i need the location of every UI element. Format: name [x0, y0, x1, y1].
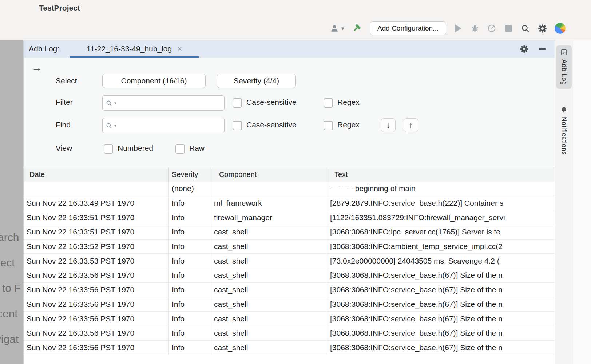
cell-severity: Info — [168, 225, 211, 239]
minimize-icon[interactable] — [539, 48, 546, 50]
find-search-field[interactable]: ▾ — [102, 118, 225, 133]
column-header-component: Component — [211, 167, 326, 182]
table-row[interactable]: Sun Nov 22 16:33:56 PST 1970 Info cast_s… — [24, 341, 555, 355]
component-filter-button[interactable]: Component (16/16) — [102, 74, 206, 88]
table-row[interactable]: Sun Nov 22 16:33:51 PST 1970 Info cast_s… — [24, 225, 555, 240]
adb-log-tool-window: Adb Log: 11-22_16-33-49_hub_log × → Sele… — [23, 40, 555, 364]
collapse-arrow-icon[interactable]: → — [32, 63, 42, 73]
cell-component: cast_shell — [211, 341, 326, 355]
filter-panel: → Select Component (16/16) Severity (4/4… — [24, 58, 555, 167]
find-previous-button[interactable]: ↑ — [404, 118, 418, 132]
cell-date: Sun Nov 22 16:33:56 PST 1970 — [24, 341, 168, 355]
background-text-fragment: cent — [0, 308, 18, 320]
cell-date — [24, 182, 168, 196]
profiler-gauge-icon — [487, 24, 496, 33]
user-icon — [330, 24, 339, 33]
cell-component: cast_shell — [211, 297, 326, 312]
table-row[interactable]: Sun Nov 22 16:33:56 PST 1970 Info cast_s… — [24, 268, 555, 283]
cell-text: [3068:3068:INFO:service_base.h(67)] Size… — [326, 283, 555, 297]
cell-severity: Info — [168, 312, 211, 326]
log-table-body: (none) --------- beginning of main Sun N… — [24, 182, 555, 364]
settings-button[interactable] — [538, 21, 547, 36]
log-table-header: Date Severity Component Text — [24, 167, 555, 182]
assistant-button[interactable] — [555, 21, 566, 36]
log-file-tab[interactable]: 11-22_16-33-49_hub_log × — [70, 40, 199, 58]
hammer-icon — [352, 23, 362, 33]
dock-tab-adb-log-label: Adb Log — [560, 59, 568, 85]
search-everywhere-button[interactable] — [520, 21, 530, 36]
bell-icon — [560, 106, 567, 113]
dock-tab-notifications[interactable]: Notifications — [556, 103, 572, 159]
cell-text: [3068:3068:INFO:service_base.h(67)] Size… — [326, 297, 555, 312]
search-icon[interactable] — [106, 122, 112, 129]
cell-component — [211, 182, 326, 196]
background-text-fragment: arch — [0, 231, 19, 244]
find-case-sensitive-label: Case-sensitive — [246, 120, 297, 129]
window-titlebar: TestProject ▼ Add Configuration... — [0, 0, 591, 40]
cell-date: Sun Nov 22 16:33:49 PST 1970 — [24, 196, 168, 210]
find-case-sensitive-checkbox[interactable] — [233, 121, 242, 130]
table-row[interactable]: Sun Nov 22 16:33:51 PST 1970 Info firewa… — [24, 210, 555, 225]
table-row[interactable]: (none) --------- beginning of main — [24, 182, 555, 196]
user-avatar-button[interactable]: ▼ — [330, 21, 345, 36]
cell-component: cast_shell — [211, 283, 326, 297]
search-icon[interactable] — [106, 100, 112, 107]
cell-text: [73:0x2e00000000] 24043505 ms: Scavenge … — [326, 254, 555, 268]
run-button[interactable] — [453, 21, 463, 36]
search-icon — [520, 24, 530, 33]
filter-input[interactable] — [118, 99, 221, 108]
close-icon[interactable]: × — [177, 44, 182, 53]
view-numbered-checkbox[interactable] — [104, 144, 113, 154]
table-row[interactable]: Sun Nov 22 16:33:56 PST 1970 Info cast_s… — [24, 297, 555, 312]
filter-label: Filter — [56, 98, 73, 107]
cell-text: --------- beginning of main — [326, 182, 555, 196]
find-next-button[interactable]: ↓ — [381, 118, 396, 132]
cell-text: [3068:3068:INFO:service_base.h(67)] Size… — [326, 341, 555, 355]
gear-icon — [538, 24, 547, 33]
table-row[interactable]: Sun Nov 22 16:33:49 PST 1970 Info ml_fra… — [24, 196, 555, 211]
chevron-down-icon[interactable]: ▾ — [114, 123, 116, 128]
cell-date: Sun Nov 22 16:33:56 PST 1970 — [24, 326, 168, 340]
chevron-down-icon[interactable]: ▾ — [114, 101, 116, 106]
view-raw-checkbox[interactable] — [175, 144, 185, 154]
cell-severity: Info — [168, 341, 211, 355]
gear-icon[interactable] — [520, 44, 529, 54]
main-toolbar: ▼ Add Configuration... — [330, 20, 566, 36]
column-header-severity: Severity — [168, 167, 211, 182]
stop-button[interactable] — [504, 21, 513, 36]
severity-filter-button[interactable]: Severity (4/4) — [217, 74, 296, 88]
cell-severity: Info — [168, 240, 211, 254]
filter-case-sensitive-checkbox[interactable] — [233, 98, 242, 108]
filter-search-field[interactable]: ▾ — [102, 95, 225, 111]
column-header-text: Text — [326, 167, 555, 182]
debug-button[interactable] — [470, 21, 480, 36]
filter-regex-label: Regex — [337, 98, 360, 107]
table-row[interactable]: Sun Nov 22 16:33:56 PST 1970 Info cast_s… — [24, 312, 555, 326]
find-regex-checkbox[interactable] — [324, 121, 333, 130]
table-row[interactable]: Sun Nov 22 16:33:56 PST 1970 Info cast_s… — [24, 283, 555, 297]
cell-date: Sun Nov 22 16:33:56 PST 1970 — [24, 283, 168, 297]
add-configuration-button[interactable]: Add Configuration... — [370, 21, 446, 35]
select-label: Select — [56, 76, 77, 85]
log-file-tab-label: 11-22_16-33-49_hub_log — [87, 44, 172, 53]
cell-date: Sun Nov 22 16:33:56 PST 1970 — [24, 268, 168, 282]
cell-text: [1122/163351.083729:INFO:firewall_manage… — [326, 210, 555, 225]
cell-severity: Info — [168, 210, 211, 225]
filter-regex-checkbox[interactable] — [324, 98, 333, 108]
dock-tab-adb-log[interactable]: Adb Log — [556, 45, 572, 89]
cell-severity: Info — [168, 268, 211, 282]
tool-window-header: Adb Log: 11-22_16-33-49_hub_log × — [24, 40, 555, 58]
build-button[interactable] — [352, 21, 362, 36]
table-row[interactable]: Sun Nov 22 16:33:52 PST 1970 Info cast_s… — [24, 240, 555, 254]
cell-severity: (none) — [168, 182, 211, 196]
cell-date: Sun Nov 22 16:33:51 PST 1970 — [24, 210, 168, 225]
find-input[interactable] — [118, 121, 221, 130]
cell-date: Sun Nov 22 16:33:56 PST 1970 — [24, 297, 168, 312]
table-row[interactable]: Sun Nov 22 16:33:53 PST 1970 Info cast_s… — [24, 254, 555, 268]
cell-component: cast_shell — [211, 254, 326, 268]
cell-text: [2879:2879:INFO:service_base.h(222)] Con… — [326, 196, 555, 210]
profiler-button[interactable] — [487, 21, 496, 36]
table-row[interactable]: Sun Nov 22 16:33:56 PST 1970 Info cast_s… — [24, 326, 555, 341]
cell-date: Sun Nov 22 16:33:56 PST 1970 — [24, 312, 168, 326]
background-text-fragment: ject — [0, 257, 15, 269]
